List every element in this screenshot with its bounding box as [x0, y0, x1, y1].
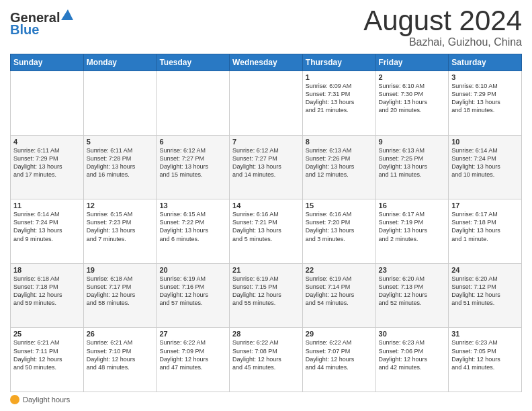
day-info: Sunrise: 6:17 AM Sunset: 7:19 PM Dayligh… — [379, 210, 446, 243]
day-info: Sunrise: 6:10 AM Sunset: 7:30 PM Dayligh… — [379, 82, 446, 115]
calendar-cell — [11, 71, 84, 136]
day-number: 12 — [87, 201, 154, 210]
calendar-cell: 29Sunrise: 6:22 AM Sunset: 7:07 PM Dayli… — [302, 328, 375, 392]
day-info: Sunrise: 6:19 AM Sunset: 7:15 PM Dayligh… — [232, 275, 300, 308]
day-number: 24 — [451, 266, 519, 274]
day-info: Sunrise: 6:22 AM Sunset: 7:07 PM Dayligh… — [306, 338, 373, 371]
sun-icon — [10, 395, 19, 404]
calendar-cell: 17Sunrise: 6:17 AM Sunset: 7:18 PM Dayli… — [449, 199, 522, 264]
month-year: August 2024 — [363, 7, 522, 35]
logo: General Blue — [10, 10, 75, 37]
calendar-cell: 7Sunrise: 6:12 AM Sunset: 7:27 PM Daylig… — [230, 135, 303, 199]
day-info: Sunrise: 6:18 AM Sunset: 7:18 PM Dayligh… — [13, 275, 81, 308]
day-info: Sunrise: 6:21 AM Sunset: 7:10 PM Dayligh… — [87, 338, 154, 371]
calendar-cell: 11Sunrise: 6:14 AM Sunset: 7:24 PM Dayli… — [11, 199, 84, 264]
calendar-cell: 5Sunrise: 6:11 AM Sunset: 7:28 PM Daylig… — [83, 135, 157, 199]
day-number: 9 — [379, 138, 446, 146]
calendar-cell: 16Sunrise: 6:17 AM Sunset: 7:19 PM Dayli… — [375, 199, 449, 264]
day-info: Sunrise: 6:17 AM Sunset: 7:18 PM Dayligh… — [451, 210, 519, 243]
day-number: 19 — [87, 266, 154, 274]
calendar-cell: 24Sunrise: 6:20 AM Sunset: 7:12 PM Dayli… — [449, 263, 522, 328]
day-info: Sunrise: 6:18 AM Sunset: 7:17 PM Dayligh… — [87, 275, 154, 308]
calendar-cell: 23Sunrise: 6:20 AM Sunset: 7:13 PM Dayli… — [375, 263, 449, 328]
calendar-week-5: 25Sunrise: 6:21 AM Sunset: 7:11 PM Dayli… — [11, 328, 522, 392]
calendar-cell: 10Sunrise: 6:14 AM Sunset: 7:24 PM Dayli… — [449, 135, 522, 199]
calendar-cell: 1Sunrise: 6:09 AM Sunset: 7:31 PM Daylig… — [302, 71, 375, 136]
day-info: Sunrise: 6:23 AM Sunset: 7:06 PM Dayligh… — [379, 338, 446, 371]
day-info: Sunrise: 6:09 AM Sunset: 7:31 PM Dayligh… — [306, 82, 373, 115]
col-header-monday: Monday — [83, 54, 157, 71]
day-info: Sunrise: 6:19 AM Sunset: 7:16 PM Dayligh… — [159, 275, 226, 308]
calendar-cell — [157, 71, 230, 136]
calendar-week-3: 11Sunrise: 6:14 AM Sunset: 7:24 PM Dayli… — [11, 199, 522, 264]
col-header-tuesday: Tuesday — [157, 54, 230, 71]
calendar-cell: 20Sunrise: 6:19 AM Sunset: 7:16 PM Dayli… — [157, 263, 230, 328]
day-info: Sunrise: 6:14 AM Sunset: 7:24 PM Dayligh… — [13, 210, 81, 243]
day-number: 5 — [87, 138, 154, 146]
day-number: 14 — [232, 201, 300, 210]
col-header-thursday: Thursday — [302, 54, 375, 71]
calendar-cell: 18Sunrise: 6:18 AM Sunset: 7:18 PM Dayli… — [11, 263, 84, 328]
svg-marker-0 — [61, 9, 73, 20]
day-number: 16 — [379, 201, 446, 210]
calendar-cell: 28Sunrise: 6:22 AM Sunset: 7:08 PM Dayli… — [230, 328, 303, 392]
day-number: 25 — [13, 330, 81, 338]
calendar-cell — [230, 71, 303, 136]
col-header-friday: Friday — [375, 54, 449, 71]
day-info: Sunrise: 6:13 AM Sunset: 7:26 PM Dayligh… — [306, 146, 373, 179]
calendar-cell: 27Sunrise: 6:22 AM Sunset: 7:09 PM Dayli… — [157, 328, 230, 392]
day-info: Sunrise: 6:14 AM Sunset: 7:24 PM Dayligh… — [451, 146, 519, 179]
day-info: Sunrise: 6:11 AM Sunset: 7:28 PM Dayligh… — [87, 146, 154, 179]
day-info: Sunrise: 6:20 AM Sunset: 7:13 PM Dayligh… — [379, 275, 446, 308]
day-number: 20 — [159, 266, 226, 274]
logo-triangle-icon — [61, 8, 75, 21]
day-number: 17 — [451, 201, 519, 210]
day-info: Sunrise: 6:15 AM Sunset: 7:22 PM Dayligh… — [159, 210, 226, 243]
calendar-cell: 15Sunrise: 6:16 AM Sunset: 7:20 PM Dayli… — [302, 199, 375, 264]
day-number: 1 — [306, 73, 373, 81]
day-number: 21 — [232, 266, 300, 274]
calendar-week-2: 4Sunrise: 6:11 AM Sunset: 7:29 PM Daylig… — [11, 135, 522, 199]
day-info: Sunrise: 6:11 AM Sunset: 7:29 PM Dayligh… — [13, 146, 81, 179]
day-number: 2 — [379, 73, 446, 81]
day-number: 28 — [232, 330, 300, 338]
calendar-cell: 9Sunrise: 6:13 AM Sunset: 7:25 PM Daylig… — [375, 135, 449, 199]
day-number: 31 — [451, 330, 519, 338]
col-header-saturday: Saturday — [449, 54, 522, 71]
day-number: 29 — [306, 330, 373, 338]
calendar-cell: 31Sunrise: 6:23 AM Sunset: 7:05 PM Dayli… — [449, 328, 522, 392]
calendar-cell: 2Sunrise: 6:10 AM Sunset: 7:30 PM Daylig… — [375, 71, 449, 136]
day-number: 18 — [13, 266, 81, 274]
day-number: 3 — [451, 73, 519, 81]
day-info: Sunrise: 6:13 AM Sunset: 7:25 PM Dayligh… — [379, 146, 446, 179]
day-info: Sunrise: 6:16 AM Sunset: 7:21 PM Dayligh… — [232, 210, 300, 243]
calendar-cell: 3Sunrise: 6:10 AM Sunset: 7:29 PM Daylig… — [449, 71, 522, 136]
day-number: 27 — [159, 330, 226, 338]
daylight-label: Daylight hours — [23, 396, 70, 404]
col-header-sunday: Sunday — [11, 54, 84, 71]
day-number: 4 — [13, 138, 81, 146]
title-section: August 2024 Bazhai, Guizhou, China — [363, 7, 522, 48]
day-number: 7 — [232, 138, 300, 146]
calendar-cell: 12Sunrise: 6:15 AM Sunset: 7:23 PM Dayli… — [83, 199, 157, 264]
day-number: 30 — [379, 330, 446, 338]
calendar-table: SundayMondayTuesdayWednesdayThursdayFrid… — [10, 54, 522, 392]
calendar-cell: 19Sunrise: 6:18 AM Sunset: 7:17 PM Dayli… — [83, 263, 157, 328]
location: Bazhai, Guizhou, China — [363, 36, 522, 48]
calendar-cell: 30Sunrise: 6:23 AM Sunset: 7:06 PM Dayli… — [375, 328, 449, 392]
day-info: Sunrise: 6:22 AM Sunset: 7:08 PM Dayligh… — [232, 338, 300, 371]
day-number: 6 — [159, 138, 226, 146]
day-number: 8 — [306, 138, 373, 146]
calendar-cell: 4Sunrise: 6:11 AM Sunset: 7:29 PM Daylig… — [11, 135, 84, 199]
day-number: 11 — [13, 201, 81, 210]
logo-blue: Blue — [10, 22, 75, 37]
day-info: Sunrise: 6:20 AM Sunset: 7:12 PM Dayligh… — [451, 275, 519, 308]
day-number: 26 — [87, 330, 154, 338]
day-number: 23 — [379, 266, 446, 274]
day-info: Sunrise: 6:21 AM Sunset: 7:11 PM Dayligh… — [13, 338, 81, 371]
day-number: 10 — [451, 138, 519, 146]
calendar-week-1: 1Sunrise: 6:09 AM Sunset: 7:31 PM Daylig… — [11, 71, 522, 136]
calendar-cell: 14Sunrise: 6:16 AM Sunset: 7:21 PM Dayli… — [230, 199, 303, 264]
calendar-cell — [83, 71, 157, 136]
header-row: SundayMondayTuesdayWednesdayThursdayFrid… — [11, 54, 522, 71]
